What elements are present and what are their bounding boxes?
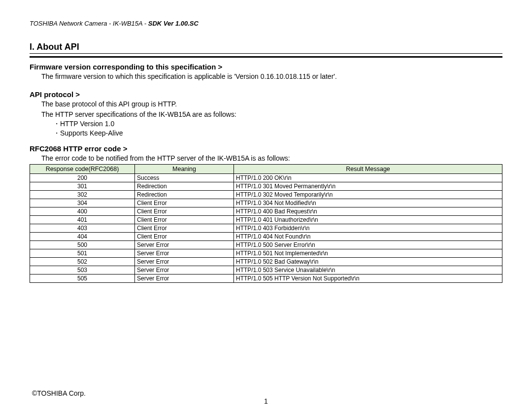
cell-message: HTTP/1.0 403 Forbidden\r\n <box>234 224 502 233</box>
cell-meaning: Client Error <box>135 224 234 233</box>
table-row: 404Client ErrorHTTP/1.0 404 Not Found\r\… <box>30 233 502 241</box>
section-firmware-title: Firmware version corresponding to this s… <box>30 63 502 71</box>
cell-message: HTTP/1.0 401 Unauthorized\r\n <box>234 216 502 224</box>
cell-meaning: Redirection <box>135 182 234 191</box>
cell-meaning: Client Error <box>135 199 234 207</box>
th-meaning: Meaning <box>135 165 234 174</box>
error-code-table: Response code(RFC2068) Meaning Result Me… <box>30 164 502 283</box>
table-row: 505Server ErrorHTTP/1.0 505 HTTP Version… <box>30 274 502 283</box>
cell-message: HTTP/1.0 505 HTTP Version Not Supported\… <box>234 274 502 283</box>
cell-meaning: Server Error <box>135 241 234 249</box>
cell-meaning: Client Error <box>135 216 234 224</box>
cell-meaning: Redirection <box>135 191 234 199</box>
cell-code: 502 <box>30 258 135 266</box>
bullet-keep-alive: ・Supports Keep-Alive <box>53 129 502 138</box>
cell-meaning: Success <box>135 174 234 182</box>
cell-meaning: Client Error <box>135 207 234 216</box>
cell-code: 400 <box>30 207 135 216</box>
table-row: 401Client ErrorHTTP/1.0 401 Unauthorized… <box>30 216 502 224</box>
table-header-row: Response code(RFC2068) Meaning Result Me… <box>30 165 502 174</box>
header-sdk-label: SDK <box>148 20 164 27</box>
th-response-code: Response code(RFC2068) <box>30 165 135 174</box>
cell-meaning: Server Error <box>135 266 234 274</box>
cell-message: HTTP/1.0 502 Bad Gateway\r\n <box>234 258 502 266</box>
cell-code: 304 <box>30 199 135 207</box>
cell-code: 404 <box>30 233 135 241</box>
section-firmware-text: The firmware version to which this speci… <box>41 72 502 81</box>
cell-meaning: Server Error <box>135 249 234 258</box>
cell-code: 403 <box>30 224 135 233</box>
table-row: 502Server ErrorHTTP/1.0 502 Bad Gateway\… <box>30 258 502 266</box>
section-api-line2: The HTTP server specifications of the IK… <box>41 110 502 119</box>
section-rfc-intro: The error code to be notified from the H… <box>41 154 502 163</box>
cell-code: 500 <box>30 241 135 249</box>
title-rule <box>30 53 502 58</box>
cell-code: 501 <box>30 249 135 258</box>
cell-message: HTTP/1.0 301 Moved Permanently\r\n <box>234 182 502 191</box>
table-row: 501Server ErrorHTTP/1.0 501 Not Implemen… <box>30 249 502 258</box>
cell-code: 505 <box>30 274 135 283</box>
cell-meaning: Server Error <box>135 258 234 266</box>
table-row: 503Server ErrorHTTP/1.0 503 Service Unav… <box>30 266 502 274</box>
bullet-http-version: ・HTTP Version 1.0 <box>53 119 502 129</box>
cell-code: 302 <box>30 191 135 199</box>
table-row: 403Client ErrorHTTP/1.0 403 Forbidden\r\… <box>30 224 502 233</box>
section-rfc-title: RFC2068 HTTP error code > <box>30 144 502 153</box>
cell-code: 200 <box>30 174 135 182</box>
cell-meaning: Server Error <box>135 274 234 283</box>
cell-code: 503 <box>30 266 135 274</box>
header-prefix: TOSHIBA Network Camera - IK-WB15A - <box>30 20 148 27</box>
table-row: 302RedirectionHTTP/1.0 302 Moved Tempora… <box>30 191 502 199</box>
cell-message: HTTP/1.0 304 Not Modified\r\n <box>234 199 502 207</box>
page-number: 1 <box>30 397 502 405</box>
cell-message: HTTP/1.0 400 Bad Request\r\n <box>234 207 502 216</box>
table-row: 500Server ErrorHTTP/1.0 500 Server Error… <box>30 241 502 249</box>
cell-message: HTTP/1.0 200 OK\r\n <box>234 174 502 182</box>
cell-message: HTTP/1.0 500 Server Error\r\n <box>234 241 502 249</box>
api-bullets: ・HTTP Version 1.0 ・Supports Keep-Alive <box>53 119 502 138</box>
header-sdk-version: Ver 1.00.SC <box>164 20 199 27</box>
section-api-line1: The base protocol of this API group is H… <box>41 100 502 109</box>
chapter-title: I. About API <box>30 42 502 52</box>
table-row: 304Client ErrorHTTP/1.0 304 Not Modified… <box>30 199 502 207</box>
table-row: 400Client ErrorHTTP/1.0 400 Bad Request\… <box>30 207 502 216</box>
section-api-title: API protocol > <box>30 90 502 99</box>
document-header: TOSHIBA Network Camera - IK-WB15A - SDK … <box>30 20 502 27</box>
cell-code: 401 <box>30 216 135 224</box>
cell-code: 301 <box>30 182 135 191</box>
cell-message: HTTP/1.0 404 Not Found\r\n <box>234 233 502 241</box>
cell-message: HTTP/1.0 302 Moved Temporarily\r\n <box>234 191 502 199</box>
th-result-message: Result Message <box>234 165 502 174</box>
cell-message: HTTP/1.0 503 Service Unavailable\r\n <box>234 266 502 274</box>
table-row: 200SuccessHTTP/1.0 200 OK\r\n <box>30 174 502 182</box>
copyright: ©TOSHIBA Corp. <box>32 389 86 397</box>
cell-meaning: Client Error <box>135 233 234 241</box>
table-row: 301RedirectionHTTP/1.0 301 Moved Permane… <box>30 182 502 191</box>
cell-message: HTTP/1.0 501 Not Implemented\r\n <box>234 249 502 258</box>
